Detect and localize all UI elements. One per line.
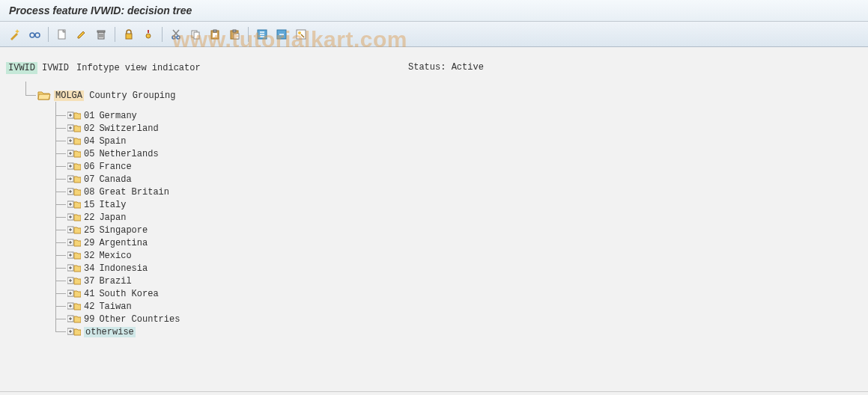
- info-icon[interactable]: [139, 25, 157, 43]
- paste-icon[interactable]: [206, 25, 224, 43]
- leaf-code: 37: [84, 276, 94, 287]
- svg-rect-16: [194, 32, 199, 39]
- copy-icon[interactable]: [186, 25, 204, 43]
- svg-line-13: [174, 30, 179, 36]
- tree-leaf[interactable]: 04Spain: [6, 135, 862, 147]
- delete-icon[interactable]: [92, 25, 110, 43]
- tree-leaf[interactable]: 25Singapore: [6, 224, 862, 236]
- svg-point-10: [146, 34, 151, 38]
- tree-leaf[interactable]: 22Japan: [6, 211, 862, 224]
- root-code: IVWID: [42, 63, 69, 73]
- svg-point-30: [298, 31, 301, 34]
- leaf-desc: Brazil: [99, 276, 131, 287]
- svg-point-1: [35, 33, 40, 37]
- folder-closed-icon: [67, 276, 81, 287]
- svg-rect-9: [126, 34, 132, 39]
- svg-rect-22: [234, 34, 239, 39]
- tree-leaf[interactable]: 37Brazil: [6, 275, 862, 287]
- cut-icon[interactable]: [167, 25, 185, 43]
- leaf-desc: Germany: [99, 111, 136, 121]
- tree-leaf[interactable]: 02Switzerland: [6, 122, 862, 135]
- folder-closed-icon: [67, 327, 81, 337]
- svg-point-12: [177, 36, 180, 39]
- tree-leaf[interactable]: 29Argentina: [6, 236, 862, 249]
- tree-leaf[interactable]: 15Italy: [6, 198, 862, 211]
- folder-closed-icon: [67, 187, 81, 198]
- molga-code: MOLGA: [54, 91, 84, 101]
- leaf-code: 04: [84, 136, 94, 147]
- leaf-desc: South Korea: [99, 289, 158, 299]
- tree-leaf[interactable]: 41South Korea: [6, 287, 862, 300]
- leaf-desc: Canada: [99, 174, 131, 185]
- root-desc: Infotype view indicator: [76, 63, 201, 73]
- lock-icon[interactable]: [120, 25, 138, 43]
- folder-closed-icon: [67, 149, 81, 159]
- new-icon[interactable]: [53, 25, 71, 43]
- content-area: IVWID IVWID Infotype view indicator Stat…: [0, 47, 868, 344]
- tree-leaf[interactable]: 42Taiwan: [6, 300, 862, 313]
- tree-leaf[interactable]: 08Great Britain: [6, 186, 862, 198]
- leaf-otherwise: otherwise: [84, 327, 136, 337]
- leaf-desc: Japan: [99, 212, 126, 223]
- leaf-desc: Italy: [99, 200, 126, 210]
- leaf-code: 29: [84, 238, 94, 248]
- tree-leaf-otherwise[interactable]: otherwise: [6, 325, 862, 338]
- svg-rect-18: [213, 30, 216, 32]
- tree-leaf[interactable]: 99Other Countries: [6, 313, 862, 325]
- leaf-code: 08: [84, 187, 94, 198]
- leaf-desc: Netherlands: [99, 149, 158, 159]
- folder-closed-icon: [67, 238, 81, 248]
- svg-point-0: [30, 33, 34, 37]
- molga-desc: Country Grouping: [89, 91, 175, 101]
- leaf-code: 25: [84, 225, 94, 236]
- tree-node-molga[interactable]: MOLGA Country Grouping: [6, 89, 862, 102]
- status: Status: Active: [408, 62, 484, 73]
- expand-all-icon[interactable]: [253, 25, 271, 43]
- tree-leaf[interactable]: 34Indonesia: [6, 262, 862, 275]
- leaf-code: 32: [84, 251, 94, 261]
- leaf-desc: Indonesia: [99, 263, 148, 274]
- tree: MOLGA Country Grouping 01Germany02Switze…: [6, 82, 862, 338]
- folder-closed-icon: [67, 136, 81, 147]
- leaf-code: 02: [84, 123, 94, 134]
- wand-icon[interactable]: [6, 25, 24, 43]
- folder-closed-icon: [67, 263, 81, 274]
- leaf-code: 22: [84, 212, 94, 223]
- folder-closed-icon: [67, 123, 81, 134]
- tree-leaf[interactable]: 06France: [6, 160, 862, 173]
- leaf-code: 15: [84, 200, 94, 210]
- tree-leaf[interactable]: 01Germany: [6, 109, 862, 122]
- leaf-code: 42: [84, 301, 94, 312]
- paste-special-icon[interactable]: [225, 25, 243, 43]
- folder-closed-icon: [67, 200, 81, 210]
- folder-closed-icon: [67, 111, 81, 121]
- svg-rect-19: [213, 33, 217, 37]
- where-used-icon[interactable]: [292, 25, 310, 43]
- folder-closed-icon: [67, 162, 81, 172]
- leaf-desc: Switzerland: [99, 123, 158, 134]
- page-title: Process feature IVWID: decision tree: [9, 4, 192, 16]
- leaf-code: 05: [84, 149, 94, 159]
- tree-leaf[interactable]: 07Canada: [6, 173, 862, 186]
- separator: [115, 27, 115, 42]
- status-label: Status:: [408, 62, 446, 73]
- separator: [48, 27, 49, 42]
- folder-closed-icon: [67, 301, 81, 312]
- collapse-all-icon[interactable]: [273, 25, 291, 43]
- svg-rect-21: [233, 30, 236, 32]
- leaf-desc: Great Britain: [99, 187, 169, 198]
- folder-closed-icon: [67, 289, 81, 299]
- glasses-icon[interactable]: [25, 25, 43, 43]
- tree-leaf[interactable]: 32Mexico: [6, 249, 862, 262]
- leaf-code: 06: [84, 162, 94, 172]
- status-value: Active: [452, 62, 484, 73]
- leaf-code: 07: [84, 174, 94, 185]
- folder-open-icon: [37, 91, 51, 101]
- leaf-desc: France: [99, 162, 131, 172]
- tree-leaf[interactable]: 05Netherlands: [6, 147, 862, 160]
- folder-closed-icon: [67, 225, 81, 236]
- edit-icon[interactable]: [73, 25, 91, 43]
- svg-point-11: [172, 36, 175, 39]
- folder-closed-icon: [67, 314, 81, 325]
- folder-closed-icon: [67, 212, 81, 223]
